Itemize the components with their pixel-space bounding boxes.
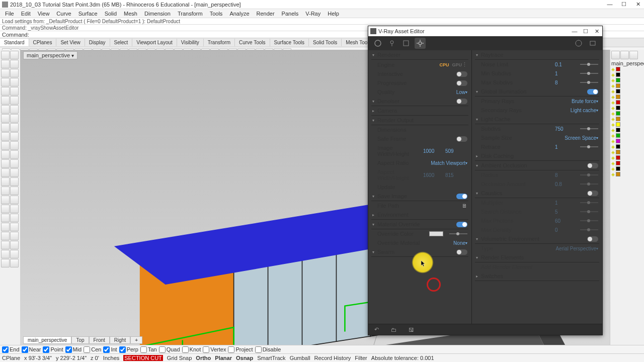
render-button-icon[interactable] [573,38,584,49]
prop-progressive[interactable]: Progressive [371,78,468,87]
toolbar-tab[interactable]: Solid Tools [309,39,342,46]
section-swarm[interactable]: ▾Swarm [371,247,468,257]
tool-button[interactable] [10,123,19,132]
panel-icon[interactable] [629,51,638,59]
osnap-vertex[interactable]: Vertex [203,346,226,353]
section-save-image[interactable]: ▾Save Image [371,192,468,201]
osnap-end[interactable]: End [2,346,20,353]
layer-row[interactable]: ◈ [611,66,643,72]
prop-search-distance[interactable]: Search Distance5 [475,207,599,216]
status-item[interactable]: y 229'-2 1/4" [56,355,87,361]
prop-subdivs[interactable]: Subdivs750 [475,124,599,133]
status-item[interactable]: Gumball [290,355,310,361]
toolbar-tab[interactable]: Visibility [177,39,204,46]
tool-button[interactable] [1,168,10,177]
minimize-button[interactable]: — [606,1,614,8]
tool-button[interactable] [1,177,10,186]
layer-row[interactable]: ◈ [611,105,643,111]
status-item[interactable]: Osnap [236,355,253,361]
osnap-point[interactable]: Point [43,346,63,353]
menu-view[interactable]: View [35,10,53,17]
prop-type[interactable]: TypeAerial Perspective▾ [475,244,599,253]
toggle[interactable] [456,222,467,227]
tool-button[interactable] [10,223,19,231]
prop-aspect-width-height[interactable]: Aspect Width/Height1600815 [371,167,468,183]
tool-button[interactable] [10,87,19,96]
prop-primary-rays[interactable]: Primary RaysBrute force▾ [475,97,599,106]
viewport-tab[interactable]: Right [110,336,130,344]
status-item[interactable]: Ortho [196,355,211,361]
tool-button[interactable] [10,259,19,267]
status-item[interactable]: SECTION CUT [123,355,163,361]
status-item[interactable]: Filter [355,355,367,361]
panel-icon[interactable] [611,51,620,59]
prop-quality[interactable]: QualityLow▾ [371,87,468,97]
section-camera[interactable]: ▸Camera [371,106,468,116]
tool-button[interactable] [10,69,19,77]
toggle[interactable] [587,191,598,196]
menu-edit[interactable]: Edit [18,10,34,17]
prop-interactive[interactable]: Interactive [371,69,468,78]
tool-button[interactable] [10,241,19,249]
tool-button[interactable] [10,168,19,177]
tool-button[interactable] [1,60,10,68]
status-item[interactable]: Absolute tolerance: 0.001 [371,355,434,361]
menu-tools[interactable]: Tools [207,10,226,17]
tool-button[interactable] [1,87,10,96]
tool-button[interactable] [10,60,19,68]
prop-aspect-ratio[interactable]: Aspect RatioMatch Viewport▾ [371,158,468,167]
tool-button[interactable] [1,223,10,231]
section-render-output[interactable]: ▾Render Output [371,116,468,125]
layer-row[interactable]: ◈ [611,72,643,77]
vray-title-bar[interactable]: V-Ray Asset Editor — ☐ ✕ [368,26,602,36]
toolbar-tab[interactable]: Display [85,39,110,46]
vray-close-button[interactable]: ✕ [593,28,600,35]
tool-button[interactable] [10,214,19,222]
tool-button[interactable] [10,159,19,168]
layer-row[interactable]: ◈ [611,127,643,133]
vray-maximize-button[interactable]: ☐ [582,28,589,35]
tool-button[interactable] [1,78,10,86]
toggle[interactable] [456,99,467,104]
tool-button[interactable] [10,187,19,195]
layer-row[interactable]: ◈ [611,83,643,88]
viewport-tab[interactable]: + [130,336,142,344]
lights-tab-icon[interactable] [386,38,397,49]
render-interactive-icon[interactable] [587,38,598,49]
viewport-tab[interactable]: main_perspective [23,336,71,344]
status-item[interactable]: Grid Snap [167,355,192,361]
osnap-cen[interactable]: Cen [84,346,101,353]
menu-transform[interactable]: Transform [175,10,206,17]
prop-image-width-height[interactable]: Image Width/Height1000509 [371,143,468,158]
tool-button[interactable] [1,114,10,123]
prop-file-path[interactable]: File Path🗎 [371,201,468,210]
layer-row[interactable]: ◈ [611,166,643,171]
section-caustics[interactable]: ▾Caustics [475,189,599,198]
section-global-illumination[interactable]: ▾Global Illumination [475,87,599,97]
layer-row[interactable]: ◈ [611,94,643,100]
layer-row[interactable]: ◈ [611,144,643,149]
prop-override-material[interactable]: Override MaterialNone▾ [371,238,468,247]
status-item[interactable]: CPlane [2,355,20,361]
tool-button[interactable] [1,141,10,150]
tool-button[interactable] [10,114,19,123]
section-raytrace[interactable]: ▾Raytrace [475,50,599,60]
osnap-disable[interactable]: Disable [255,346,281,353]
settings-tab-icon[interactable] [415,38,426,49]
status-item[interactable]: Planar [215,355,232,361]
vray-minimize-button[interactable]: — [571,28,578,35]
layer-row[interactable]: ◈ [611,149,643,155]
prop-multiplier[interactable]: Multiplier1 [475,198,599,207]
tool-button[interactable] [1,51,10,59]
toolbar-tab[interactable]: CPlanes [29,39,57,46]
prop-occlusion-amount[interactable]: Occlusion Amount0.8 [475,179,599,189]
close-button[interactable]: ✕ [634,1,642,8]
tool-button[interactable] [1,150,10,159]
save-settings-icon[interactable]: 🖫 [409,327,414,333]
tool-button[interactable] [10,141,19,150]
tool-button[interactable] [1,196,10,204]
viewport-tab[interactable]: Front [89,336,110,344]
section-light-cache[interactable]: ▾Light Cache [475,115,599,124]
menu-solid[interactable]: Solid [102,10,120,17]
layer-row[interactable]: ◈ [611,171,643,177]
